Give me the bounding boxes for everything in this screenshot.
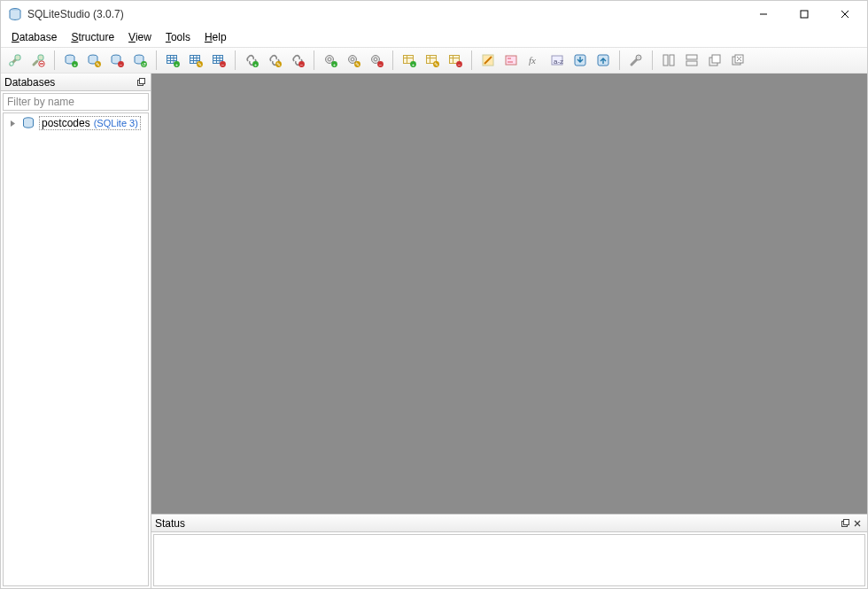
cascade-icon[interactable] (704, 50, 725, 71)
undock-icon[interactable] (135, 76, 147, 89)
menu-tools[interactable]: Tools (159, 29, 198, 45)
import-icon[interactable] (570, 50, 591, 71)
collation-icon[interactable]: a-z (546, 50, 568, 71)
expander-icon[interactable] (7, 118, 18, 128)
trigger-edit-icon[interactable]: ✎ (343, 50, 364, 71)
svg-text:a-z: a-z (554, 58, 563, 66)
toolbar-separator (54, 50, 55, 70)
menu-database[interactable]: Database (4, 29, 64, 45)
toolbar-separator (314, 50, 314, 70)
window-titlebar: SQLiteStudio (3.0.7) (1, 1, 867, 27)
svg-rect-87 (670, 55, 674, 66)
menu-structure[interactable]: Structure (64, 29, 121, 45)
index-remove-icon[interactable]: − (287, 50, 308, 71)
table-remove-icon[interactable]: − (208, 50, 229, 71)
view-edit-icon[interactable]: ✎ (422, 50, 443, 71)
database-type: (SQLite 3) (94, 118, 138, 128)
svg-point-85 (636, 55, 641, 60)
db-add-icon[interactable]: + (60, 50, 81, 71)
connect-icon[interactable] (4, 50, 26, 71)
svg-rect-7 (38, 55, 43, 60)
svg-rect-5 (15, 55, 20, 60)
svg-text:✎: ✎ (434, 62, 438, 67)
svg-point-54 (351, 58, 354, 61)
index-add-icon[interactable]: + (241, 50, 262, 71)
svg-point-58 (374, 58, 377, 61)
filter-input[interactable] (4, 94, 148, 110)
svg-text:✎: ✎ (276, 62, 281, 67)
minimize-button[interactable] (743, 1, 784, 27)
database-name: postcodes (42, 117, 90, 129)
db-connect-icon[interactable]: ↺ (129, 50, 151, 71)
index-edit-icon[interactable]: ✎ (264, 50, 285, 71)
table-add-icon[interactable]: + (162, 50, 183, 71)
svg-rect-88 (686, 55, 697, 59)
window-title: SQLiteStudio (3.0.7) (27, 8, 743, 20)
svg-text:+: + (254, 62, 258, 67)
status-body (153, 534, 865, 586)
databases-panel-header: Databases (1, 74, 151, 91)
maximize-button[interactable] (784, 1, 825, 27)
database-icon (21, 116, 35, 130)
toolbar-separator (619, 50, 620, 70)
svg-rect-86 (663, 55, 668, 66)
databases-panel-title: Databases (4, 76, 55, 89)
svg-point-50 (328, 58, 331, 61)
svg-rect-2 (801, 11, 808, 18)
svg-text:−: − (300, 62, 304, 67)
close-all-icon[interactable] (727, 50, 748, 71)
view-add-icon[interactable]: + (399, 50, 420, 71)
svg-text:↺: ↺ (142, 62, 146, 67)
svg-text:✎: ✎ (96, 62, 100, 67)
trigger-remove-icon[interactable]: − (366, 50, 387, 71)
filter-box (3, 93, 149, 111)
databases-panel: Databases postcodes(SQLite 3) (1, 74, 151, 588)
close-button[interactable] (825, 1, 865, 27)
toolbar-separator (235, 50, 236, 70)
status-panel-header: Status (151, 515, 867, 532)
view-remove-icon[interactable]: − (445, 50, 466, 71)
svg-point-6 (10, 62, 13, 66)
svg-text:−: − (379, 62, 383, 67)
svg-text:✎: ✎ (198, 62, 202, 67)
svg-text:+: + (74, 62, 77, 67)
svg-text:✎: ✎ (355, 62, 360, 67)
sql-editor-icon[interactable] (477, 50, 499, 71)
config-icon[interactable] (625, 50, 647, 71)
status-close-icon[interactable] (851, 517, 864, 530)
svg-rect-77 (506, 56, 516, 65)
svg-text:+: + (333, 62, 337, 67)
toolbar-separator (392, 50, 393, 70)
toolbar: +✎−↺+✎−+✎−+✎−+✎−fxa-z (1, 47, 867, 74)
svg-rect-100 (843, 520, 849, 525)
menu-view[interactable]: View (121, 29, 159, 45)
history-icon[interactable] (500, 50, 522, 71)
tile-v-icon[interactable] (681, 50, 702, 71)
mdi-workspace (151, 74, 867, 514)
export-icon[interactable] (593, 50, 614, 71)
status-panel-title: Status (155, 517, 185, 530)
database-tree[interactable]: postcodes(SQLite 3) (3, 112, 149, 586)
trigger-add-icon[interactable]: + (320, 50, 341, 71)
menubar: DatabaseStructureViewToolsHelp (1, 27, 867, 47)
toolbar-separator (471, 50, 472, 70)
svg-rect-97 (139, 79, 144, 84)
window-controls (743, 1, 865, 27)
svg-rect-78 (508, 58, 511, 59)
disconnect-icon[interactable] (27, 50, 49, 71)
svg-rect-79 (508, 61, 513, 63)
table-edit-icon[interactable]: ✎ (185, 50, 206, 71)
tile-h-icon[interactable] (658, 50, 679, 71)
function-icon[interactable]: fx (523, 50, 545, 71)
svg-rect-91 (712, 55, 720, 63)
database-item-postcodes[interactable]: postcodes(SQLite 3) (4, 115, 148, 131)
menu-help[interactable]: Help (198, 29, 234, 45)
main-area: Status (151, 74, 867, 588)
body: Databases postcodes(SQLite 3) Status (1, 74, 867, 588)
db-remove-icon[interactable]: − (106, 50, 128, 71)
status-undock-icon[interactable] (839, 517, 851, 530)
app-icon (8, 7, 22, 21)
db-edit-icon[interactable]: ✎ (83, 50, 105, 71)
toolbar-separator (652, 50, 653, 70)
svg-text:−: − (221, 62, 225, 67)
